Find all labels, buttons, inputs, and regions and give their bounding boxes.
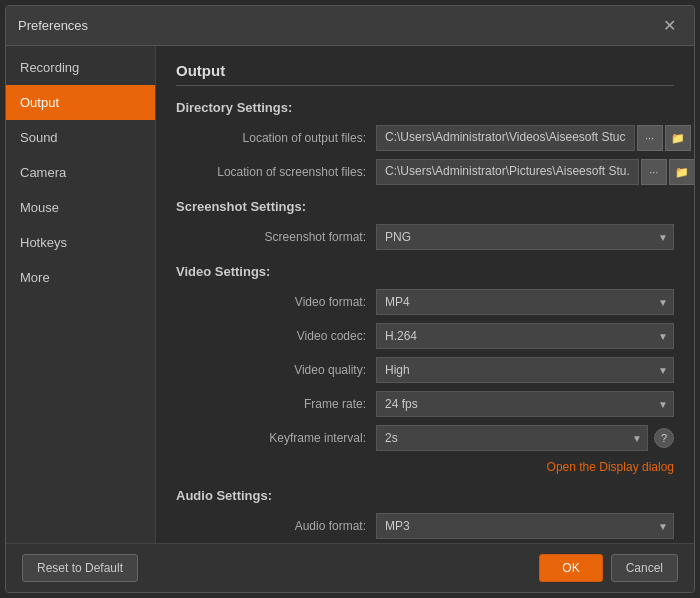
- video-quality-control: High Medium Low ▼: [376, 357, 674, 383]
- video-format-select[interactable]: MP4 MOV AVI WMV: [376, 289, 674, 315]
- audio-section-title: Audio Settings:: [176, 488, 674, 503]
- video-quality-label: Video quality:: [176, 363, 376, 377]
- frame-rate-label: Frame rate:: [176, 397, 376, 411]
- cancel-button[interactable]: Cancel: [611, 554, 678, 582]
- screenshot-files-dots-btn[interactable]: ···: [641, 159, 667, 185]
- audio-format-control: MP3 AAC WAV FLAC ▼: [376, 513, 674, 539]
- keyframe-help-btn[interactable]: ?: [654, 428, 674, 448]
- audio-format-select[interactable]: MP3 AAC WAV FLAC: [376, 513, 674, 539]
- video-codec-row: Video codec: H.264 H.265 MPEG-4 ▼: [176, 323, 674, 349]
- sidebar-item-hotkeys[interactable]: Hotkeys: [6, 225, 155, 260]
- video-quality-row: Video quality: High Medium Low ▼: [176, 357, 674, 383]
- video-section-title: Video Settings:: [176, 264, 674, 279]
- keyframe-control: 2s 1s 3s 5s ▼ ?: [376, 425, 674, 451]
- video-format-wrapper: MP4 MOV AVI WMV ▼: [376, 289, 674, 315]
- keyframe-select[interactable]: 2s 1s 3s 5s: [376, 425, 648, 451]
- frame-rate-control: 24 fps 30 fps 60 fps 15 fps ▼: [376, 391, 674, 417]
- video-codec-select[interactable]: H.264 H.265 MPEG-4: [376, 323, 674, 349]
- video-format-control: MP4 MOV AVI WMV ▼: [376, 289, 674, 315]
- content-area: Output Directory Settings: Location of o…: [156, 46, 694, 543]
- display-link-row: Open the Display dialog: [176, 459, 674, 474]
- folder-icon: 📁: [671, 132, 685, 145]
- video-quality-wrapper: High Medium Low ▼: [376, 357, 674, 383]
- video-codec-label: Video codec:: [176, 329, 376, 343]
- sidebar-item-recording[interactable]: Recording: [6, 50, 155, 85]
- keyframe-row: Keyframe interval: 2s 1s 3s 5s ▼ ?: [176, 425, 674, 451]
- output-files-control: C:\Users\Administrator\Videos\Aiseesoft …: [376, 125, 691, 151]
- sidebar-item-camera[interactable]: Camera: [6, 155, 155, 190]
- preferences-dialog: Preferences ✕ Recording Output Sound Cam…: [5, 5, 695, 593]
- reset-button[interactable]: Reset to Default: [22, 554, 138, 582]
- video-codec-control: H.264 H.265 MPEG-4 ▼: [376, 323, 674, 349]
- sidebar-item-mouse[interactable]: Mouse: [6, 190, 155, 225]
- open-display-link[interactable]: Open the Display dialog: [547, 460, 674, 474]
- screenshot-format-wrapper: PNG JPG BMP GIF ▼: [376, 224, 674, 250]
- video-quality-select[interactable]: High Medium Low: [376, 357, 674, 383]
- frame-rate-select[interactable]: 24 fps 30 fps 60 fps 15 fps: [376, 391, 674, 417]
- sidebar-item-sound[interactable]: Sound: [6, 120, 155, 155]
- screenshot-format-row: Screenshot format: PNG JPG BMP GIF ▼: [176, 224, 674, 250]
- ok-button[interactable]: OK: [539, 554, 602, 582]
- screenshot-files-label: Location of screenshot files:: [176, 165, 376, 179]
- keyframe-wrapper: 2s 1s 3s 5s ▼: [376, 425, 648, 451]
- audio-format-row: Audio format: MP3 AAC WAV FLAC ▼: [176, 513, 674, 539]
- screenshot-format-select[interactable]: PNG JPG BMP GIF: [376, 224, 674, 250]
- screenshot-format-label: Screenshot format:: [176, 230, 376, 244]
- bottom-bar: Reset to Default OK Cancel: [6, 543, 694, 592]
- screenshot-format-control: PNG JPG BMP GIF ▼: [376, 224, 674, 250]
- sidebar: Recording Output Sound Camera Mouse Hotk…: [6, 46, 156, 543]
- output-files-folder-btn[interactable]: 📁: [665, 125, 691, 151]
- sidebar-item-more[interactable]: More: [6, 260, 155, 295]
- directory-section-title: Directory Settings:: [176, 100, 674, 115]
- keyframe-label: Keyframe interval:: [176, 431, 376, 445]
- video-format-label: Video format:: [176, 295, 376, 309]
- audio-format-label: Audio format:: [176, 519, 376, 533]
- frame-rate-wrapper: 24 fps 30 fps 60 fps 15 fps ▼: [376, 391, 674, 417]
- screenshot-files-row: Location of screenshot files: C:\Users\A…: [176, 159, 674, 185]
- dialog-title: Preferences: [18, 18, 88, 33]
- screenshot-files-input[interactable]: C:\Users\Administrator\Pictures\Aiseesof…: [376, 159, 639, 185]
- folder-icon-2: 📁: [675, 166, 689, 179]
- screenshot-section-title: Screenshot Settings:: [176, 199, 674, 214]
- main-content: Recording Output Sound Camera Mouse Hotk…: [6, 46, 694, 543]
- output-files-label: Location of output files:: [176, 131, 376, 145]
- close-button[interactable]: ✕: [657, 14, 682, 37]
- output-files-row: Location of output files: C:\Users\Admin…: [176, 125, 674, 151]
- title-bar: Preferences ✕: [6, 6, 694, 46]
- audio-format-wrapper: MP3 AAC WAV FLAC ▼: [376, 513, 674, 539]
- output-files-dots-btn[interactable]: ···: [637, 125, 663, 151]
- output-files-input[interactable]: C:\Users\Administrator\Videos\Aiseesoft …: [376, 125, 635, 151]
- screenshot-files-folder-btn[interactable]: 📁: [669, 159, 694, 185]
- frame-rate-row: Frame rate: 24 fps 30 fps 60 fps 15 fps …: [176, 391, 674, 417]
- bottom-right-buttons: OK Cancel: [539, 554, 678, 582]
- screenshot-files-control: C:\Users\Administrator\Pictures\Aiseesof…: [376, 159, 694, 185]
- video-codec-wrapper: H.264 H.265 MPEG-4 ▼: [376, 323, 674, 349]
- video-format-row: Video format: MP4 MOV AVI WMV ▼: [176, 289, 674, 315]
- sidebar-item-output[interactable]: Output: [6, 85, 155, 120]
- page-title: Output: [176, 62, 674, 86]
